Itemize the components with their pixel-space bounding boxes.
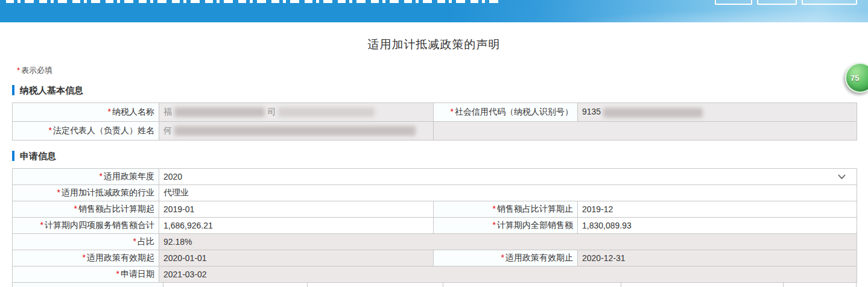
top-banner (0, 0, 868, 22)
taxpayer-info-table: *纳税人名称 福司 *社会信用代码（纳税人识别号） 9135 *法定代表人（负责… (12, 102, 857, 140)
table-row: *销售额占比计算期起 2019-01 *销售额占比计算期止 2019-12 (13, 201, 857, 218)
ratio-period-end-value[interactable]: 2019-12 (578, 201, 857, 218)
table-row: *适用政策有效期起 2020-01-01 *适用政策有效期止 2020-12-3… (13, 250, 857, 266)
legal-rep-value: 何 (159, 122, 434, 140)
cutoff-cell (443, 283, 621, 287)
required-star: * (493, 220, 496, 230)
cutoff-cell (13, 283, 163, 287)
taxpayer-name-label: *纳税人名称 (13, 103, 159, 122)
ratio-value: 92.18% (159, 234, 857, 250)
four-services-total-label: *计算期内四项服务销售额合计 (13, 218, 159, 234)
required-star: * (17, 66, 20, 75)
chevron-down-icon (838, 174, 846, 180)
total-sales-value[interactable]: 1,830,089.93 (578, 218, 857, 234)
required-star: * (57, 188, 60, 197)
ratio-label: *占比 (13, 234, 159, 250)
cutoff-cell (784, 283, 856, 287)
empty-cell (434, 122, 857, 140)
required-star: * (133, 236, 136, 246)
policy-year-label: *适用政策年度 (13, 169, 159, 185)
taxpayer-name-value: 福司 (159, 103, 434, 122)
table-row: *适用加计抵减政策的行业 代理业 (13, 185, 857, 201)
ratio-period-start-label: *销售额占比计算期起 (13, 201, 159, 218)
required-star: * (83, 253, 86, 262)
policy-valid-start-value: 2020-01-01 (159, 250, 434, 266)
table-row: *申请日期 2021-03-02 (13, 266, 857, 283)
policy-year-select[interactable]: 2020 (159, 169, 857, 185)
page-title: 适用加计抵减政策的声明 (0, 37, 868, 52)
required-star: * (108, 107, 111, 116)
cutoff-cell (621, 283, 784, 287)
floating-help-badge-label: 75 (846, 74, 859, 83)
required-star: * (493, 204, 496, 213)
banner-button-3[interactable] (802, 0, 857, 5)
table-row: *法定代表人（负责人）姓名 何 (13, 122, 857, 140)
redaction-blur (603, 108, 703, 118)
total-sales-label: *计算期内全部销售额 (434, 218, 578, 234)
policy-valid-end-label: *适用政策有效期止 (434, 250, 578, 266)
banner-wave-decoration (530, 6, 868, 22)
table-row: *纳税人名称 福司 *社会信用代码（纳税人识别号） 9135 (13, 103, 857, 122)
legal-rep-label: *法定代表人（负责人）姓名 (13, 122, 159, 140)
industry-value[interactable]: 代理业 (159, 185, 857, 201)
ratio-period-end-label: *销售额占比计算期止 (434, 201, 578, 218)
required-star: * (451, 107, 454, 116)
credit-code-value: 9135 (578, 103, 857, 122)
required-star: * (49, 125, 52, 135)
policy-valid-end-value: 2020-12-31 (578, 250, 857, 266)
required-star: * (116, 269, 119, 279)
apply-date-label: *申请日期 (13, 266, 159, 283)
required-note: *表示必填 (17, 65, 868, 76)
required-star: * (74, 204, 77, 213)
table-row: *占比 92.18% (13, 234, 857, 250)
four-services-total-value[interactable]: 1,686,926.21 (159, 218, 434, 234)
cutoff-cell (308, 283, 443, 287)
banner-clipped-text (6, 0, 501, 3)
section-taxpayer-info: 纳税人基本信息 (12, 85, 868, 95)
credit-code-label: *社会信用代码（纳税人识别号） (434, 103, 578, 122)
application-info-table: *适用政策年度 2020 *适用加计抵减政策的行业 代理业 *销售额占比计算期起… (12, 168, 857, 283)
ratio-period-start-value[interactable]: 2019-01 (159, 201, 434, 218)
redaction-blur (174, 107, 265, 117)
cutoff-cell (163, 283, 308, 287)
banner-button-2[interactable] (757, 0, 797, 5)
required-note-text: 表示必填 (21, 66, 52, 75)
banner-button-1[interactable] (715, 0, 752, 5)
required-star: * (40, 220, 43, 230)
apply-date-value: 2021-03-02 (159, 266, 857, 283)
required-star: * (501, 253, 504, 262)
cutoff-next-table-row (12, 283, 857, 287)
section-application-info: 申请信息 (12, 151, 868, 161)
redaction-blur (278, 107, 375, 117)
industry-label: *适用加计抵减政策的行业 (13, 185, 159, 201)
required-star: * (100, 171, 103, 181)
table-row: *适用政策年度 2020 (13, 169, 857, 185)
table-row: *计算期内四项服务销售额合计 1,686,926.21 *计算期内全部销售额 1… (13, 218, 857, 234)
redaction-blur (174, 126, 416, 136)
policy-valid-start-label: *适用政策有效期起 (13, 250, 159, 266)
